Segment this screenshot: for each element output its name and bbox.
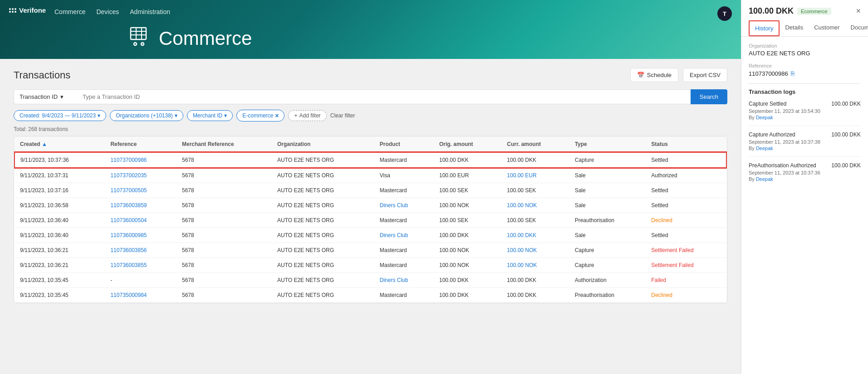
cell-reference[interactable]: 110736003859 <box>105 198 177 213</box>
nav-commerce[interactable]: Commerce <box>54 8 85 15</box>
cell-reference[interactable]: 110736003856 <box>105 243 177 258</box>
table-row[interactable]: 9/11/2023, 10:36:40 110736000504 5678 AU… <box>15 213 726 228</box>
remove-filter-icon[interactable]: × <box>275 112 279 119</box>
table-row[interactable]: 9/11/2023, 10:36:40 110736000985 5678 AU… <box>15 228 726 243</box>
cell-orig-amount: 100.00 DKK <box>434 228 501 243</box>
side-panel-tabs: History Details Customer Documents <box>749 20 861 36</box>
merchant-id-filter-chip[interactable]: Merchant ID ▾ <box>187 110 233 121</box>
cell-product[interactable]: Mastercard <box>374 243 434 258</box>
organizations-filter-chip[interactable]: Organizations (+10138) ▾ <box>110 110 183 121</box>
tab-customer[interactable]: Customer <box>809 20 845 36</box>
date-range-filter-chip[interactable]: Created: 9/4/2023 — 9/11/2023 ▾ <box>14 110 106 121</box>
tab-history[interactable]: History <box>749 20 780 36</box>
tab-documents[interactable]: Documents <box>845 20 868 36</box>
cell-status: Settled <box>646 198 726 213</box>
cell-product[interactable]: Mastercard <box>374 152 434 168</box>
col-curr-amount: Curr. amount <box>501 136 569 152</box>
nav-administration[interactable]: Administration <box>130 8 170 15</box>
cell-curr-amount[interactable]: 100.00 SEK <box>501 213 569 228</box>
cell-curr-amount[interactable]: 100.00 NOK <box>501 198 569 213</box>
table-row[interactable]: 9/11/2023, 10:36:21 110736003855 5678 AU… <box>15 258 726 273</box>
add-filter-button[interactable]: + Add filter <box>288 110 326 121</box>
col-reference: Reference <box>105 136 177 152</box>
chevron-down-icon: ▾ <box>224 112 227 119</box>
cell-curr-amount[interactable]: 100.00 DKK <box>501 152 569 168</box>
tab-details[interactable]: Details <box>780 20 809 36</box>
cell-product[interactable]: Visa <box>374 168 434 183</box>
total-count: Total: 268 transactions <box>14 126 727 132</box>
cell-merchant-ref: 5678 <box>177 228 272 243</box>
cell-product[interactable]: Mastercard <box>374 258 434 273</box>
cell-reference[interactable]: 110736000504 <box>105 213 177 228</box>
cell-created: 9/11/2023, 10:36:58 <box>15 198 105 213</box>
cell-reference[interactable]: 110737000986 <box>105 152 177 168</box>
add-filter-label: Add filter <box>299 112 320 119</box>
cell-reference[interactable]: 110736003855 <box>105 258 177 273</box>
cell-product[interactable]: Mastercard <box>374 213 434 228</box>
cell-reference[interactable]: 110735000984 <box>105 288 177 303</box>
cell-curr-amount[interactable]: 100.00 DKK <box>501 273 569 288</box>
cell-curr-amount[interactable]: 100.00 DKK <box>501 228 569 243</box>
cell-product[interactable]: Mastercard <box>374 288 434 303</box>
cell-created: 9/11/2023, 10:36:21 <box>15 243 105 258</box>
cell-curr-amount[interactable]: 100.00 NOK <box>501 258 569 273</box>
log-entry-user-link[interactable]: Deepak <box>756 176 773 182</box>
cart-icon <box>127 25 150 52</box>
filter-chips: Created: 9/4/2023 — 9/11/2023 ▾ Organiza… <box>14 110 727 121</box>
search-input[interactable] <box>77 89 691 104</box>
cell-status: Declined <box>646 213 726 228</box>
side-panel-amount: 100.00 DKK <box>749 6 794 16</box>
cell-type: Capture <box>569 243 646 258</box>
cell-product[interactable]: Mastercard <box>374 183 434 198</box>
cell-product[interactable]: Diners Club <box>374 198 434 213</box>
cell-created: 9/11/2023, 10:35:45 <box>15 273 105 288</box>
cell-curr-amount[interactable]: 100.00 EUR <box>501 168 569 183</box>
table-row[interactable]: 9/11/2023, 10:37:36 110737000986 5678 AU… <box>15 152 726 168</box>
filter-type-dropdown[interactable]: Transaction ID ▾ <box>14 89 77 104</box>
cell-curr-amount[interactable]: 100.00 DKK <box>501 288 569 303</box>
cell-reference[interactable]: 110736000985 <box>105 228 177 243</box>
clear-filter-button[interactable]: Clear filter <box>330 112 355 119</box>
cell-type: Sale <box>569 168 646 183</box>
cell-merchant-ref: 5678 <box>177 288 272 303</box>
col-created[interactable]: Created ▲ <box>15 136 105 152</box>
cell-orig-amount: 100.00 NOK <box>434 243 501 258</box>
table-row[interactable]: 9/11/2023, 10:36:58 110736003859 5678 AU… <box>15 198 726 213</box>
cell-created: 9/11/2023, 10:35:45 <box>15 288 105 303</box>
cell-merchant-ref: 5678 <box>177 183 272 198</box>
filter-type-label: Transaction ID <box>20 93 58 100</box>
log-entry-by: By Deepak <box>749 115 861 120</box>
export-csv-button[interactable]: Export CSV <box>683 68 727 82</box>
table-row[interactable]: 9/11/2023, 10:37:31 110737002035 5678 AU… <box>15 168 726 183</box>
log-entry-by: By Deepak <box>749 176 861 182</box>
table-row[interactable]: 9/11/2023, 10:35:45 - 5678 AUTO E2E NETS… <box>15 273 726 288</box>
cell-status: Settlement Failed <box>646 258 726 273</box>
cell-reference[interactable]: 110737000505 <box>105 183 177 198</box>
ecommerce-filter-chip[interactable]: E-commerce × <box>236 110 284 121</box>
schedule-icon: 📅 <box>637 72 644 78</box>
close-side-panel-button[interactable]: × <box>856 6 861 16</box>
log-entry-user-link[interactable]: Deepak <box>756 146 773 151</box>
table-row[interactable]: 9/11/2023, 10:37:16 110737000505 5678 AU… <box>15 183 726 198</box>
cell-reference[interactable]: 110737002035 <box>105 168 177 183</box>
cell-type: Capture <box>569 152 646 168</box>
cell-curr-amount[interactable]: 100.00 NOK <box>501 243 569 258</box>
cell-reference[interactable]: - <box>105 273 177 288</box>
cell-product[interactable]: Diners Club <box>374 228 434 243</box>
schedule-button[interactable]: 📅 Schedule <box>630 68 678 82</box>
log-entry: Capture Settled 100.00 DKK September 11,… <box>749 101 861 126</box>
cell-product[interactable]: Diners Club <box>374 273 434 288</box>
copy-icon[interactable]: ⎘ <box>791 70 794 77</box>
cell-status: Settled <box>646 152 726 168</box>
nav-devices[interactable]: Devices <box>96 8 119 15</box>
col-merchant-reference: Merchant Reference <box>177 136 272 152</box>
table-row[interactable]: 9/11/2023, 10:35:45 110735000984 5678 AU… <box>15 288 726 303</box>
sort-arrow-icon: ▲ <box>42 141 47 147</box>
search-button[interactable]: Search <box>691 89 727 104</box>
table-row[interactable]: 9/11/2023, 10:36:21 110736003856 5678 AU… <box>15 243 726 258</box>
cell-curr-amount[interactable]: 100.00 SEK <box>501 183 569 198</box>
col-orig-amount: Orig. amount <box>434 136 501 152</box>
log-entry-user-link[interactable]: Deepak <box>756 115 773 120</box>
verifone-wordmark: Verifone <box>19 6 46 14</box>
user-avatar[interactable]: T <box>717 6 732 21</box>
